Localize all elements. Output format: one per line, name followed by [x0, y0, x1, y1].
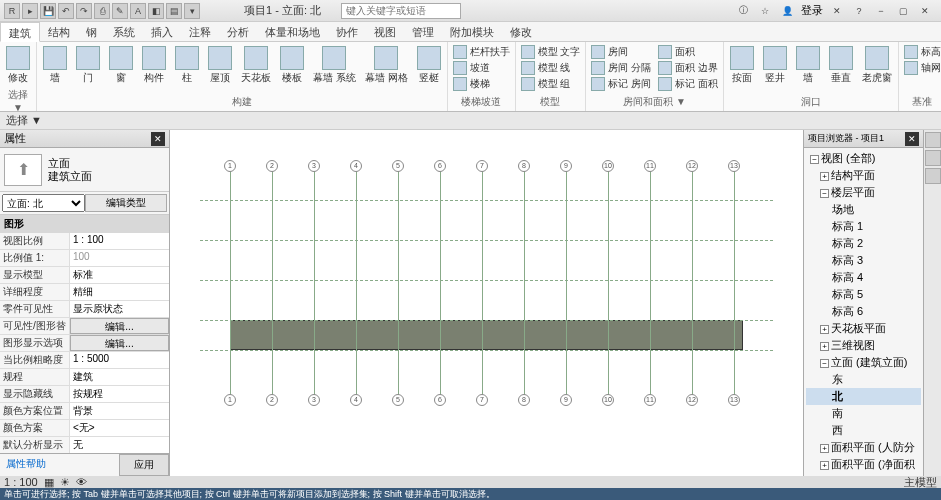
ribbon-模型 组[interactable]: 模型 组	[518, 76, 584, 92]
property-row[interactable]: 显示隐藏线按规程	[0, 386, 169, 403]
ribbon-标记 面积[interactable]: 标记 面积	[655, 76, 721, 92]
select-label[interactable]: 选择 ▼	[6, 113, 42, 128]
drawing-canvas[interactable]: 1122334455667788991010111112121313	[170, 130, 803, 476]
ribbon-轴网[interactable]: 轴网	[901, 60, 941, 76]
edit-type-button[interactable]: 编辑类型	[85, 194, 168, 212]
tree-node[interactable]: +面积平面 (净面积	[806, 456, 921, 473]
type-selector[interactable]: ⬆ 立面建筑立面	[0, 148, 169, 192]
ribbon-垂直[interactable]: 垂直	[825, 44, 857, 94]
ribbon-坡道[interactable]: 坡道	[450, 60, 513, 76]
ribbon-幕墙 系统[interactable]: 幕墙 系统	[309, 44, 360, 94]
qat-icon[interactable]: ▤	[166, 3, 182, 19]
tree-node[interactable]: 标高 3	[806, 252, 921, 269]
view-control-icon[interactable]: ☀	[60, 476, 70, 489]
ribbon-天花板[interactable]: 天花板	[237, 44, 275, 94]
tab-插入[interactable]: 插入	[143, 22, 181, 41]
expand-icon[interactable]: −	[820, 189, 829, 198]
print-icon[interactable]: ⎙	[94, 3, 110, 19]
maximize-icon[interactable]: ▢	[895, 3, 911, 19]
ribbon-老虎窗[interactable]: 老虎窗	[858, 44, 896, 94]
property-row[interactable]: 显示模型标准	[0, 267, 169, 284]
exchange-icon[interactable]: ✕	[829, 3, 845, 19]
tree-node[interactable]: 标高 5	[806, 286, 921, 303]
tree-node[interactable]: 西	[806, 422, 921, 439]
close-icon[interactable]: ✕	[905, 132, 919, 146]
tree-node[interactable]: 场地	[806, 201, 921, 218]
tree-node[interactable]: 南	[806, 405, 921, 422]
tree-node[interactable]: +结构平面	[806, 167, 921, 184]
user-icon[interactable]: 👤	[779, 3, 795, 19]
open-icon[interactable]: ▸	[22, 3, 38, 19]
ribbon-模型 线[interactable]: 模型 线	[518, 60, 584, 76]
close-icon[interactable]: ✕	[917, 3, 933, 19]
ribbon-标记 房间[interactable]: 标记 房间	[588, 76, 654, 92]
tree-node[interactable]: −视图 (全部)	[806, 150, 921, 167]
nav-icon[interactable]	[925, 132, 941, 148]
tree-node[interactable]: +三维视图	[806, 337, 921, 354]
ribbon-构件[interactable]: 构件	[138, 44, 170, 94]
expand-icon[interactable]: −	[810, 155, 819, 164]
ribbon-楼梯[interactable]: 楼梯	[450, 76, 513, 92]
ribbon-栏杆扶手[interactable]: 栏杆扶手	[450, 44, 513, 60]
expand-icon[interactable]: +	[820, 444, 829, 453]
ribbon-竖井[interactable]: 竖井	[759, 44, 791, 94]
qat-dropdown-icon[interactable]: ▾	[184, 3, 200, 19]
property-row[interactable]: 详细程度精细	[0, 284, 169, 301]
tab-结构[interactable]: 结构	[40, 22, 78, 41]
property-row[interactable]: 可见性/图形替换编辑...	[0, 318, 169, 335]
tab-体量和场地[interactable]: 体量和场地	[257, 22, 328, 41]
property-row[interactable]: 规程建筑	[0, 369, 169, 386]
ribbon-墙[interactable]: 墙	[792, 44, 824, 94]
tab-钢[interactable]: 钢	[78, 22, 105, 41]
info-icon[interactable]: ⓘ	[735, 3, 751, 19]
close-icon[interactable]: ✕	[151, 132, 165, 146]
ribbon-修改[interactable]: 修改	[2, 44, 34, 87]
property-row[interactable]: 零件可见性显示原状态	[0, 301, 169, 318]
ribbon-模型 文字[interactable]: 模型 文字	[518, 44, 584, 60]
tree-node[interactable]: 标高 6	[806, 303, 921, 320]
instance-filter[interactable]: 立面: 北	[2, 194, 85, 212]
ribbon-面积 边界[interactable]: 面积 边界	[655, 60, 721, 76]
help-icon[interactable]: ?	[851, 3, 867, 19]
ribbon-房间[interactable]: 房间	[588, 44, 654, 60]
tab-附加模块[interactable]: 附加模块	[442, 22, 502, 41]
tree-node[interactable]: −立面 (建筑立面)	[806, 354, 921, 371]
tree-node[interactable]: 标高 4	[806, 269, 921, 286]
expand-icon[interactable]: +	[820, 461, 829, 470]
expand-icon[interactable]: +	[820, 172, 829, 181]
tree-node[interactable]: −楼层平面	[806, 184, 921, 201]
expand-icon[interactable]: +	[820, 325, 829, 334]
tab-建筑[interactable]: 建筑	[0, 22, 40, 42]
scale-display[interactable]: 1 : 100	[4, 476, 38, 488]
ribbon-屋顶[interactable]: 屋顶	[204, 44, 236, 94]
ribbon-柱[interactable]: 柱	[171, 44, 203, 94]
redo-icon[interactable]: ↷	[76, 3, 92, 19]
property-row[interactable]: 当比例粗略度超...1 : 5000	[0, 352, 169, 369]
ribbon-幕墙 网格[interactable]: 幕墙 网格	[361, 44, 412, 94]
tab-分析[interactable]: 分析	[219, 22, 257, 41]
tab-协作[interactable]: 协作	[328, 22, 366, 41]
qat-icon[interactable]: A	[130, 3, 146, 19]
tree-node[interactable]: +天花板平面	[806, 320, 921, 337]
login-link[interactable]: 登录	[801, 3, 823, 18]
apply-button[interactable]: 应用	[119, 454, 169, 476]
tab-修改[interactable]: 修改	[502, 22, 540, 41]
tab-注释[interactable]: 注释	[181, 22, 219, 41]
tab-视图[interactable]: 视图	[366, 22, 404, 41]
tree-node[interactable]: 标高 1	[806, 218, 921, 235]
ribbon-面积[interactable]: 面积	[655, 44, 721, 60]
nav-icon[interactable]	[925, 168, 941, 184]
help-search-input[interactable]	[341, 3, 461, 19]
expand-icon[interactable]: +	[820, 342, 829, 351]
ribbon-门[interactable]: 门	[72, 44, 104, 94]
property-row[interactable]: 图形显示选项编辑...	[0, 335, 169, 352]
qat-icon[interactable]: ◧	[148, 3, 164, 19]
property-row[interactable]: 默认分析显示样式无	[0, 437, 169, 453]
measure-icon[interactable]: ✎	[112, 3, 128, 19]
tree-node[interactable]: 北	[806, 388, 921, 405]
tab-管理[interactable]: 管理	[404, 22, 442, 41]
tree-node[interactable]: 标高 2	[806, 235, 921, 252]
ribbon-窗[interactable]: 窗	[105, 44, 137, 94]
ribbon-墙[interactable]: 墙	[39, 44, 71, 94]
ribbon-竖梃[interactable]: 竖梃	[413, 44, 445, 94]
